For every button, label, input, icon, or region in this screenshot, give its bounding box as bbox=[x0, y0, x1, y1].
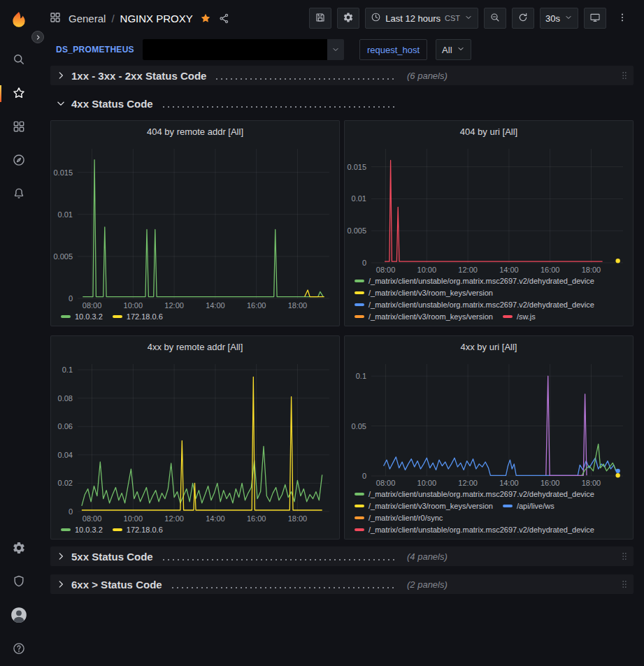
panel-title-text: 404 by uri [All] bbox=[460, 126, 517, 137]
panel-header[interactable]: 404 by uri [All] bbox=[345, 121, 633, 142]
panel-title-text: 404 by remote addr [All] bbox=[147, 126, 243, 137]
row-4xx-status-code[interactable]: 4xx Status Code bbox=[50, 94, 634, 113]
chart-legend: /_matrix/client/unstable/org.matrix.msc2… bbox=[345, 275, 633, 326]
time-series-chart[interactable]: 08:0010:0012:0014:0016:0018:0000.020.040… bbox=[51, 357, 339, 524]
legend-item[interactable]: 172.18.0.6 bbox=[113, 312, 163, 321]
legend-item[interactable]: /sw.js bbox=[503, 312, 536, 321]
datasource-variable-label[interactable]: DS_PROMETHEUS bbox=[56, 45, 134, 55]
legend-item[interactable]: 10.0.3.2 bbox=[61, 312, 103, 321]
legend-series-marker bbox=[61, 315, 71, 318]
svg-text:0.005: 0.005 bbox=[53, 252, 73, 261]
legend-series-label: 10.0.3.2 bbox=[75, 312, 103, 321]
sidebar-item-dashboards[interactable] bbox=[0, 110, 38, 144]
row-drag-handle[interactable] bbox=[620, 69, 629, 82]
legend-item[interactable]: /_matrix/client/unstable/org.matrix.msc2… bbox=[355, 526, 594, 534]
refresh-button[interactable] bbox=[512, 8, 534, 29]
kebab-menu[interactable] bbox=[612, 8, 633, 29]
row-drag-handle[interactable] bbox=[620, 578, 629, 591]
legend-series-marker bbox=[61, 528, 71, 531]
share-icon[interactable] bbox=[218, 13, 230, 24]
svg-text:14:00: 14:00 bbox=[499, 479, 519, 487]
legend-item[interactable]: /_matrix/client/v3/room_keys/version bbox=[355, 312, 493, 321]
legend-series-label: /_matrix/client/v3/room_keys/version bbox=[368, 502, 493, 510]
time-range-picker[interactable]: Last 12 hours CST bbox=[365, 8, 478, 29]
gear-icon bbox=[12, 541, 26, 557]
panel-header[interactable]: 4xx by uri [All] bbox=[345, 336, 633, 357]
favorite-star-icon[interactable] bbox=[200, 13, 211, 24]
row-panel-count: (6 panels) bbox=[407, 71, 448, 81]
row-1xx-3xx-2xx-status-code[interactable]: 1xx - 3xx - 2xx Status Code (6 panels) bbox=[50, 66, 634, 85]
time-series-chart[interactable]: 08:0010:0012:0014:0016:0018:0000.0050.01… bbox=[345, 142, 633, 275]
legend-item[interactable]: 10.0.3.2 bbox=[61, 526, 103, 534]
legend-series-label: 10.0.3.2 bbox=[75, 526, 103, 534]
legend-series-marker bbox=[355, 303, 364, 306]
svg-text:0: 0 bbox=[69, 294, 73, 303]
shield-icon bbox=[12, 574, 26, 591]
svg-text:0.01: 0.01 bbox=[58, 210, 73, 219]
sidebar-item-configuration[interactable] bbox=[0, 532, 38, 565]
chevron-down-icon bbox=[464, 13, 473, 24]
breadcrumb-section[interactable]: General bbox=[69, 13, 106, 24]
panel-header[interactable]: 4xx by remote addr [All] bbox=[51, 336, 339, 357]
legend-series-label: /api/live/ws bbox=[517, 502, 554, 510]
legend-series-marker bbox=[113, 528, 122, 531]
sidebar-item-explore[interactable] bbox=[0, 144, 38, 178]
svg-text:18:00: 18:00 bbox=[582, 266, 601, 274]
svg-text:0.015: 0.015 bbox=[53, 168, 73, 177]
dashboard-canvas: 1xx - 3xx - 2xx Status Code (6 panels) 4… bbox=[38, 63, 644, 666]
sidebar-item-profile[interactable] bbox=[0, 599, 38, 632]
legend-item[interactable]: /_matrix/client/v3/room_keys/version bbox=[355, 502, 493, 510]
time-series-chart[interactable]: 08:0010:0012:0014:0016:0018:0000.0050.01… bbox=[51, 142, 339, 311]
chevron-down-icon bbox=[457, 45, 465, 55]
zoom-out-button[interactable] bbox=[484, 8, 506, 29]
sidebar-item-server-admin[interactable] bbox=[0, 565, 38, 599]
row-title: 5xx Status Code bbox=[71, 551, 153, 563]
grafana-app: General / NGINX PROXY bbox=[0, 0, 644, 666]
sidebar-item-help[interactable] bbox=[0, 632, 38, 666]
legend-item[interactable]: /_matrix/client/unstable/org.matrix.msc2… bbox=[355, 277, 594, 285]
svg-text:0.04: 0.04 bbox=[58, 451, 73, 459]
refresh-interval-dropdown[interactable]: 30s bbox=[540, 8, 578, 29]
datasource-variable-dropdown[interactable] bbox=[143, 39, 344, 60]
row-6xx-status-code[interactable]: 6xx > Status Code (2 panels) bbox=[50, 574, 634, 594]
row-drag-handle[interactable] bbox=[620, 550, 629, 563]
legend-item[interactable]: /_matrix/client/r0/sync bbox=[355, 514, 443, 522]
time-series-chart[interactable]: 08:0010:0012:0014:0016:0018:0000.050.1 bbox=[345, 357, 633, 488]
chevron-right-icon bbox=[56, 579, 66, 589]
svg-text:12:00: 12:00 bbox=[458, 479, 478, 487]
svg-text:14:00: 14:00 bbox=[499, 266, 519, 274]
legend-item[interactable]: 172.18.0.6 bbox=[113, 526, 163, 534]
bell-icon bbox=[12, 187, 26, 203]
chevron-right-icon bbox=[56, 71, 66, 80]
tv-mode-button[interactable] bbox=[584, 8, 606, 29]
adhoc-filter-key[interactable]: request_host bbox=[359, 39, 427, 60]
legend-item[interactable]: /api/live/ws bbox=[503, 502, 554, 510]
row-dots-filler bbox=[172, 587, 396, 588]
legend-series-label: /_matrix/client/unstable/org.matrix.msc2… bbox=[368, 526, 594, 534]
sidebar-item-starred[interactable] bbox=[0, 77, 38, 110]
dashboard-settings-button[interactable] bbox=[337, 8, 359, 29]
svg-text:0.1: 0.1 bbox=[62, 365, 73, 374]
legend-item[interactable]: /_matrix/client/unstable/org.matrix.msc2… bbox=[355, 301, 594, 309]
breadcrumb-dashboard-title[interactable]: NGINX PROXY bbox=[120, 13, 193, 24]
svg-text:14:00: 14:00 bbox=[206, 514, 225, 523]
svg-text:16:00: 16:00 bbox=[247, 514, 266, 523]
sidebar-expand-button[interactable] bbox=[31, 31, 44, 43]
svg-text:18:00: 18:00 bbox=[288, 301, 308, 310]
adhoc-filter-value[interactable]: All bbox=[436, 39, 471, 60]
sidebar-item-alerting[interactable] bbox=[0, 178, 38, 211]
dashboards-grid-icon bbox=[12, 120, 26, 136]
legend-series-label: /_matrix/client/v3/room_keys/version bbox=[368, 289, 493, 297]
row-dots-filler bbox=[163, 559, 396, 560]
legend-item[interactable]: /_matrix/client/v3/room_keys/version bbox=[355, 289, 493, 297]
save-dashboard-button[interactable] bbox=[309, 8, 331, 29]
legend-series-label: /_matrix/client/unstable/org.matrix.msc2… bbox=[368, 277, 594, 285]
row-5xx-status-code[interactable]: 5xx Status Code (4 panels) bbox=[50, 546, 634, 566]
grafana-logo[interactable] bbox=[10, 7, 28, 32]
refresh-interval-label: 30s bbox=[545, 13, 560, 24]
legend-item[interactable]: /_matrix/client/unstable/org.matrix.msc2… bbox=[355, 490, 594, 498]
monitor-icon bbox=[589, 12, 601, 25]
sidebar-item-search[interactable] bbox=[0, 43, 38, 77]
chart-legend: 10.0.3.2172.18.0.6 bbox=[51, 524, 339, 539]
panel-header[interactable]: 404 by remote addr [All] bbox=[51, 121, 339, 142]
